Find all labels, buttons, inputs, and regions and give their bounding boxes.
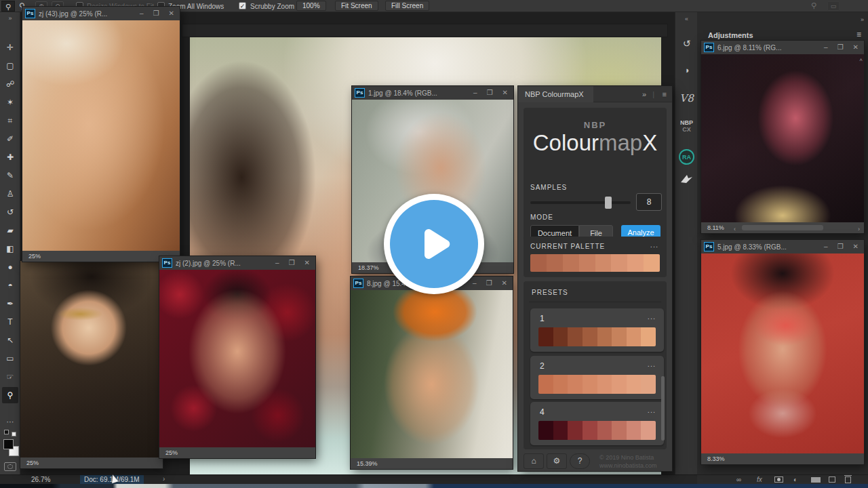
scroll-up-icon[interactable]: ˄: [859, 57, 863, 63]
eraser-tool[interactable]: ▰: [2, 222, 18, 239]
status-zoom-field[interactable]: 26.7%: [31, 476, 50, 483]
history-panel-icon[interactable]: ↺: [675, 38, 698, 49]
scroll-right-icon[interactable]: ›: [858, 224, 860, 235]
brush-tool[interactable]: ✎: [2, 167, 18, 184]
photo-zj43[interactable]: [22, 20, 180, 251]
video-play-button[interactable]: [384, 194, 484, 294]
zoom-100-button[interactable]: 100%: [296, 1, 326, 11]
link-layers-icon[interactable]: ∞: [736, 475, 741, 485]
window-zj43-titlebar[interactable]: Ps zj (43).jpg @ 25% (R... – ❐ ✕: [22, 7, 180, 20]
window-6jpg-titlebar[interactable]: Ps 6.jpg @ 8.11% (RG... – ❐ ✕: [701, 41, 864, 54]
maximize-icon[interactable]: ❐: [289, 256, 295, 270]
ra-plugin-icon[interactable]: RA: [679, 149, 694, 165]
toolbar-collapse-icon[interactable]: »: [0, 15, 20, 22]
window-5jpg-titlebar[interactable]: Ps 5.jpg @ 8.33% (RGB... – ❐ ✕: [701, 240, 864, 253]
presets-scrollbar[interactable]: [661, 376, 665, 441]
preset-palette-strip[interactable]: [538, 421, 656, 440]
blur-tool[interactable]: ●: [2, 259, 18, 275]
nbp-panel-tab[interactable]: NBP ColourmapX: [518, 86, 593, 102]
home-button[interactable]: ⌂: [524, 453, 544, 469]
maximize-icon[interactable]: ❐: [486, 277, 492, 290]
help-button[interactable]: ?: [570, 453, 590, 469]
close-icon[interactable]: ✕: [169, 7, 174, 20]
minimize-icon[interactable]: –: [473, 277, 477, 290]
gradient-tool[interactable]: ◧: [2, 241, 18, 257]
shape-tool[interactable]: ▭: [2, 350, 18, 367]
eyedropper-tool[interactable]: ✐: [2, 131, 18, 147]
history-brush-tool[interactable]: ↺: [2, 204, 18, 220]
more-tools-icon[interactable]: ⋯: [2, 418, 18, 426]
pen-tool[interactable]: ✒: [2, 296, 18, 312]
preset-menu-icon[interactable]: ...: [648, 360, 656, 368]
zoom-level[interactable]: 25%: [159, 447, 315, 458]
preset-menu-icon[interactable]: ...: [648, 406, 656, 414]
close-icon[interactable]: ✕: [502, 86, 508, 100]
lasso-tool[interactable]: ☍: [2, 76, 18, 92]
swap-colors-icon[interactable]: [12, 432, 16, 436]
preset-palette-strip[interactable]: [538, 327, 656, 346]
magic-wand-tool[interactable]: ✶: [2, 94, 18, 110]
horizontal-scrollbar[interactable]: [742, 225, 823, 230]
panel-menu-icon[interactable]: ≡: [663, 86, 667, 102]
maximize-icon[interactable]: ❐: [153, 7, 159, 20]
minimize-icon[interactable]: –: [140, 7, 144, 20]
settings-button[interactable]: ⚙: [547, 453, 567, 469]
minimize-icon[interactable]: –: [824, 240, 828, 253]
photo-6jpg[interactable]: ˄: [701, 54, 864, 222]
preset-palette-strip[interactable]: [538, 375, 656, 394]
samples-slider-track[interactable]: [530, 201, 631, 204]
zoom-level[interactable]: 8.11%: [707, 224, 724, 231]
dock-expand-icon[interactable]: »: [861, 16, 864, 23]
zoom-tool[interactable]: ⚲: [2, 387, 18, 403]
window-zj2-titlebar[interactable]: Ps zj (2).jpg @ 25% (R... – ❐ ✕: [159, 256, 315, 270]
workspace-icon[interactable]: ▭: [827, 1, 840, 11]
maximize-icon[interactable]: ❐: [837, 41, 844, 54]
zoom-level[interactable]: 15.39%: [351, 458, 513, 469]
zoom-level[interactable]: 25%: [20, 458, 163, 468]
video-progress-strip[interactable]: [0, 484, 868, 488]
current-palette-menu-icon[interactable]: ...: [650, 241, 658, 249]
preset-card-1[interactable]: 1 ...: [530, 308, 664, 352]
type-tool[interactable]: T: [2, 314, 18, 330]
window-1jpg-titlebar[interactable]: Ps 1.jpg @ 18.4% (RGB... – ❐ ✕: [352, 86, 513, 100]
status-menu-arrow-icon[interactable]: ›: [163, 475, 165, 483]
close-icon[interactable]: ✕: [853, 41, 859, 54]
path-select-tool[interactable]: ↖: [2, 332, 18, 348]
default-colors-icon[interactable]: [4, 430, 9, 434]
dodge-tool[interactable]: ◓: [2, 277, 18, 293]
adjustments-panel-icon[interactable]: ◑: [675, 65, 698, 75]
photo-zj2[interactable]: [159, 270, 315, 447]
adjustments-panel-label[interactable]: Adjustments: [708, 31, 753, 39]
fit-screen-button[interactable]: Fit Screen: [335, 1, 378, 11]
dock-collapse-icon[interactable]: «: [675, 16, 698, 22]
adjustments-menu-icon[interactable]: ≡: [856, 30, 861, 39]
minimize-icon[interactable]: –: [275, 256, 279, 270]
move-tool[interactable]: ✛: [2, 39, 18, 56]
hand-tool[interactable]: ☞: [2, 369, 18, 385]
layer-group-icon[interactable]: [811, 477, 821, 483]
tool-preset-box[interactable]: ⚲: [1, 1, 15, 12]
adjustment-layer-icon[interactable]: ◐: [793, 475, 797, 485]
photo-8jpg[interactable]: [351, 290, 513, 458]
close-icon[interactable]: ✕: [304, 256, 310, 270]
nbp-cx-panel-icon[interactable]: NBPCX: [675, 119, 698, 133]
crop-tool[interactable]: ⌗: [2, 113, 18, 129]
preset-menu-icon[interactable]: ...: [648, 312, 656, 321]
zoom-level[interactable]: 8.33%: [701, 453, 864, 464]
preset-card-4[interactable]: 4 ...: [530, 402, 664, 445]
photo-left-bottom[interactable]: [20, 261, 163, 458]
layer-mask-icon[interactable]: [774, 476, 783, 483]
scroll-left-icon[interactable]: ‹: [734, 224, 736, 235]
photo-5jpg[interactable]: [701, 253, 864, 453]
preset-card-2[interactable]: 2 ...: [530, 356, 664, 399]
zoom-level[interactable]: 25%: [22, 251, 180, 262]
v8-plugin-icon[interactable]: V8: [675, 92, 698, 104]
minimize-icon[interactable]: –: [824, 41, 828, 54]
foreground-color-swatch[interactable]: [3, 439, 14, 449]
main-document-titlebar[interactable]: [182, 24, 668, 37]
bird-plugin-icon[interactable]: [680, 174, 693, 187]
panel-collapse-icon[interactable]: »: [642, 86, 646, 102]
layer-style-icon[interactable]: fx: [757, 475, 762, 485]
quick-mask-button[interactable]: [4, 462, 16, 471]
close-icon[interactable]: ✕: [853, 240, 859, 253]
